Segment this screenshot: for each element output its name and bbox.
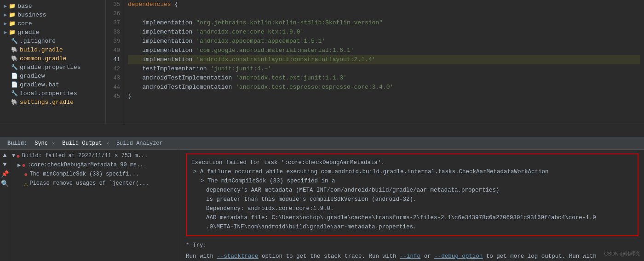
code-line-36 xyxy=(128,9,640,18)
option-text: option to get the stack trace. xyxy=(262,253,369,260)
str-42: 'junit:junit:4.+' xyxy=(210,65,271,72)
info-link[interactable]: --info xyxy=(400,253,420,260)
tab-sync-close[interactable]: ✕ xyxy=(52,141,55,146)
code-line-35: dependencies { xyxy=(128,0,640,9)
run-with-2: Run with xyxy=(369,253,400,260)
error-line-5: Dependency: androidx.core:core:1.9.0. xyxy=(191,204,633,213)
chevron-right-icon-1: ▶ xyxy=(17,162,21,169)
tab-build-output[interactable]: Build Output ✕ xyxy=(58,138,113,148)
str-43: 'androidx.test.ext:junit:1.1.3' xyxy=(236,74,347,81)
top-section: ▶ 📁 base ▶ 📁 business ▶ 📁 core ▶ 📁 gradl… xyxy=(0,0,644,124)
error-line-6: AAR metadata file: C:\Users\octop\.gradl… xyxy=(191,213,633,222)
main-container: ▶ 📁 base ▶ 📁 business ▶ 📁 core ▶ 📁 gradl… xyxy=(0,0,644,261)
str-40: 'com.google.android.material:material:1.… xyxy=(196,47,354,54)
folder-icon: 📁 xyxy=(9,3,16,10)
stacktrace-link[interactable]: --stacktrace xyxy=(217,253,259,260)
or-text: or xyxy=(424,253,435,260)
tree-item-gradle-folder[interactable]: ▶ 📁 gradle xyxy=(0,28,105,37)
gradle-icon-common: 🐘 xyxy=(11,55,18,62)
tree-label-common-gradle: common.gradle xyxy=(20,55,66,62)
nav-up-icon[interactable]: ▲ xyxy=(1,152,9,159)
tree-item-business[interactable]: ▶ 📁 business xyxy=(0,11,105,19)
line-num-45: 45 xyxy=(108,92,120,101)
tree-label-settings-gradle: settings.gradle xyxy=(20,99,74,106)
gradle-icon-settings: 🐘 xyxy=(11,99,18,106)
tab-build-output-close[interactable]: ✕ xyxy=(106,141,109,146)
error-icon-2: ● xyxy=(24,171,28,178)
debug-link[interactable]: --debug option xyxy=(434,253,483,260)
nav-search-icon[interactable]: 🔍 xyxy=(1,180,9,187)
error-line-3: dependency's AAR metadata (META-INF/com/… xyxy=(191,186,633,195)
tab-sync[interactable]: Sync ✕ xyxy=(31,138,58,148)
test-impl-42: testImplementation xyxy=(128,65,210,72)
tree-label-gradlew-bat: gradlew.bat xyxy=(20,81,59,88)
code-line-41: implementation 'androidx.constraintlayou… xyxy=(128,55,640,64)
build-panel: Build: Sync ✕ Build Output ✕ Build Analy… xyxy=(0,137,644,261)
try-label: * Try: xyxy=(186,241,638,250)
folder-chevron-icon-core: ▶ xyxy=(4,20,7,27)
tree-item-settings-gradle[interactable]: 🐘 settings.gradle xyxy=(0,98,105,107)
tree-item-common-gradle[interactable]: 🐘 common.gradle xyxy=(0,54,105,63)
tree-label-local-properties: local.properties xyxy=(20,90,77,97)
impl-41: implementation xyxy=(128,56,196,63)
build-tree-item-2[interactable]: ● The minCompileSdk (33) specifi... xyxy=(10,170,180,179)
build-tree-item-3[interactable]: ⚠ Please remove usages of `jcenter(... xyxy=(10,179,180,189)
jcenter-label: Please remove usages of `jcenter(... xyxy=(29,180,149,187)
gradle-icon-build: 🐘 xyxy=(11,46,18,53)
line-num-44: 44 xyxy=(108,83,120,92)
run-with-3: Run with xyxy=(569,253,597,260)
build-tabs-bar: Build: Sync ✕ Build Output ✕ Build Analy… xyxy=(0,137,644,150)
code-content[interactable]: dependencies { implementation "org.jetbr… xyxy=(124,0,644,124)
str-41: 'androidx.constraintlayout:constraintlay… xyxy=(196,56,375,63)
tree-label-gradlew: gradlew xyxy=(20,73,45,79)
error-box: Execution failed for task ':core:checkDe… xyxy=(186,153,638,236)
impl-39: implementation xyxy=(128,38,196,45)
tree-item-local-properties[interactable]: 🔧 local.properties xyxy=(0,89,105,98)
code-line-40: implementation 'com.google.android.mater… xyxy=(128,46,640,55)
error-output[interactable]: Execution failed for task ':core:checkDe… xyxy=(180,150,644,261)
build-tree-item-1[interactable]: ▶ ● :core:checkDebugAarMetadata 90 ms... xyxy=(10,161,180,170)
android-test-43: androidTestImplementation xyxy=(128,74,236,81)
tree-label-gitignore: .gitignore xyxy=(20,38,56,45)
impl-38: implementation xyxy=(128,28,196,35)
tree-label-gradle-properties: gradle.properties xyxy=(20,64,81,71)
error-line-7: .0\META-INF\com\android\build\gradle\aar… xyxy=(191,222,633,232)
error-icon-1: ● xyxy=(22,162,25,169)
line-num-38: 38 xyxy=(108,28,120,37)
tree-item-base[interactable]: ▶ 📁 base xyxy=(0,2,105,11)
tree-item-core[interactable]: ▶ 📁 core xyxy=(0,19,105,28)
tree-item-gradle-properties[interactable]: 🔧 gradle.properties xyxy=(0,63,105,72)
nav-down-icon[interactable]: ▼ xyxy=(1,161,9,168)
kw-dependencies: dependencies xyxy=(128,1,171,8)
line-num-36: 36 xyxy=(108,9,120,18)
nav-pin-icon[interactable]: 📌 xyxy=(1,170,9,178)
file-icon-gitignore: 🔧 xyxy=(11,38,18,45)
build-failed-label: Build: failed at 2022/11/11 s 753 m... xyxy=(22,153,148,159)
build-tree-item-0[interactable]: ▼ ● Build: failed at 2022/11/11 s 753 m.… xyxy=(10,152,180,161)
bracket-close-45: } xyxy=(128,93,132,100)
try-section: * Try: Run with --stacktrace option to g… xyxy=(186,241,638,261)
tree-item-build-gradle[interactable]: 🐘 build.gradle xyxy=(0,45,105,54)
warning-icon-3: ⚠ xyxy=(24,180,28,188)
line-num-41: 41 xyxy=(108,55,120,64)
tree-item-gitignore[interactable]: 🔧 .gitignore xyxy=(0,37,105,45)
tree-label-build-gradle: build.gradle xyxy=(20,46,63,53)
str-38: 'androidx.core:core-ktx:1.9.0' xyxy=(196,28,304,35)
folder-chevron-icon: ▶ xyxy=(4,3,7,10)
android-test-44: androidTestImplementation xyxy=(128,84,236,91)
line-num-40: 40 xyxy=(108,46,120,55)
try-run-line: Run with --stacktrace option to get the … xyxy=(186,252,638,261)
file-icon-gradle-props: 🔧 xyxy=(11,64,18,71)
code-line-38: implementation 'androidx.core:core-ktx:1… xyxy=(128,28,640,37)
tree-label-core: core xyxy=(17,20,32,27)
error-line-1: > A failure occurred while executing com… xyxy=(191,167,633,176)
run-with-text: Run with xyxy=(186,253,217,260)
code-line-45: } xyxy=(128,92,640,101)
line-num-39: 39 xyxy=(108,37,120,46)
tab-build-analyzer[interactable]: Build Analyzer xyxy=(113,138,167,148)
tree-label-business: business xyxy=(17,11,46,18)
tree-item-gradlew-bat[interactable]: 📄 gradlew.bat xyxy=(0,80,105,89)
tree-item-gradlew[interactable]: 📄 gradlew xyxy=(0,72,105,80)
line-num-43: 43 xyxy=(108,74,120,83)
build-tree: ▼ ● Build: failed at 2022/11/11 s 753 m.… xyxy=(10,150,180,261)
